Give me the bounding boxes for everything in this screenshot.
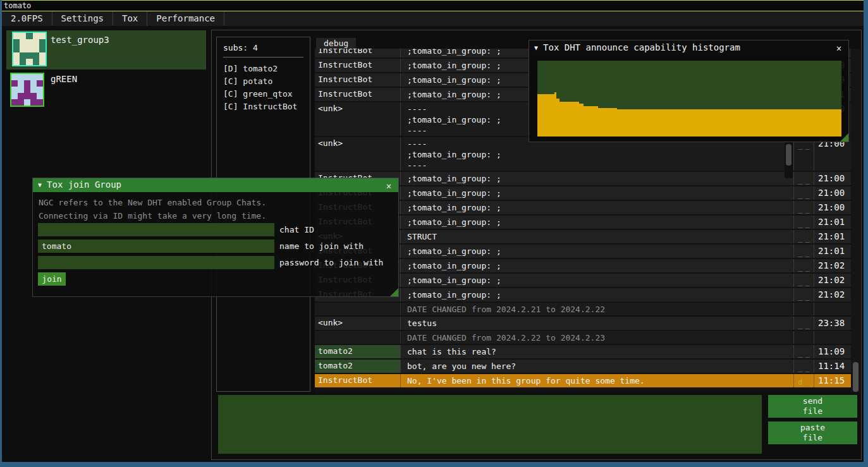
pending-mark: _ [805,320,810,329]
paste-file-button[interactable]: paste file [768,422,857,444]
pending-mark: _ [798,349,802,358]
delivery-status: __ [793,245,814,258]
subs-item-green_qtox[interactable]: [C] green_qtox [223,88,303,100]
system-row[interactable]: DATE CHANGED from 2024.2.21 to 2024.2.22 [315,303,852,315]
send-file-button[interactable]: send file [768,395,857,418]
subs-item-InstructBot[interactable]: [C] InstructBot [223,100,303,113]
close-icon[interactable]: ✕ [833,42,845,54]
pending-mark: _ [805,205,810,214]
delivery-status [793,331,814,344]
join-info-line: Connecting via ID might take a very long… [39,211,266,221]
menu-item-settings[interactable]: Settings [52,11,113,26]
collapse-icon[interactable]: ▼ [38,181,42,188]
pending-mark: _ [798,292,802,301]
message-text: testus [400,317,793,330]
subs-item-potato[interactable]: [C] potato [223,75,303,88]
sender-name: <unk> [315,137,400,171]
sender-name: InstructBot [315,73,400,87]
subs-item-tomato2[interactable]: [D] tomato2 [223,63,303,75]
pending-mark: _ [805,378,810,387]
collapse-icon[interactable]: ▼ [534,44,538,51]
resize-grip-icon[interactable] [390,288,398,296]
timestamp: 21:00 [814,172,847,185]
system-row[interactable]: DATE CHANGED from 2024.2.22 to 2024.2.23 [315,331,852,344]
sender-name: tomato2 [315,345,400,358]
pending-mark: _ [798,234,802,243]
subs-separator [223,57,303,58]
sender-name: <unk> [315,317,400,330]
dht-histogram-title: Tox DHT announce capability histogram [543,42,740,52]
menu-item-performance[interactable]: Performance [147,11,224,26]
menu-item-2-0fps[interactable]: 2.0FPS [2,11,52,26]
pending-mark: _ [805,349,810,358]
group-avatar [12,32,47,66]
join-group-titlebar[interactable]: ▼Tox join Group ✕ [33,178,398,192]
delivery-status: __ [793,288,814,301]
pending-mark: _ [798,176,802,185]
subs-list: [D] tomato2[C] potato[C] green_qtox[C] I… [223,63,303,113]
timestamp: 11:14 [814,360,847,373]
app-screen: tomato 2.0FPSSettingsToxPerformance test… [0,0,868,467]
timestamp: 21:02 [814,259,847,272]
timestamp [814,331,847,344]
delivery-status: __ [793,215,814,229]
pending-mark: _ [798,219,802,228]
message-row[interactable]: <unk>testus__23:38 [315,317,852,330]
join-field-name-to-join-with[interactable] [38,240,274,253]
delivery-status: __ [793,360,814,373]
pending-mark: _ [798,190,802,199]
close-icon[interactable]: ✕ [383,180,394,191]
message-input[interactable] [218,395,762,454]
timestamp: 21:01 [814,245,847,258]
pending-mark: _ [805,277,810,286]
join-field-chat-ID[interactable] [38,223,274,236]
histogram-bar [579,104,584,136]
menu-item-tox[interactable]: Tox [113,11,147,26]
message-row[interactable]: tomato2chat is this real?__11:09 [315,345,852,358]
timestamp: 11:09 [814,345,847,358]
pending-mark: _ [798,205,802,214]
pending-mark: _ [805,190,810,199]
sender-name: tomato2 [315,360,400,373]
window-titlebar[interactable]: tomato [0,0,868,11]
message-text: ;tomato_in_group: ; [400,186,793,200]
menubar: 2.0FPSSettingsToxPerformance [2,11,864,26]
histogram-bar [584,106,598,136]
sender-name: InstructBot [315,374,400,387]
delivery-status [793,303,814,315]
resize-grip-icon[interactable] [840,133,848,142]
pending-mark: _ [805,176,810,185]
message-text: ;tomato_in_group: ; [400,288,793,301]
chat-scrollbar-thumb[interactable] [853,362,859,392]
pending-mark: _ [798,141,802,150]
message-text: ;tomato_in_group: ; [400,172,793,185]
message-scrollbar-thumb[interactable] [786,144,792,166]
subs-count-header: subs: 4 [223,43,303,52]
timestamp: 21:02 [814,288,847,301]
join-field-label: name to join with [279,240,364,253]
pending-mark: _ [798,277,802,286]
timestamp: 21:01 [814,215,847,229]
timestamp [814,303,847,315]
pending-mark: _ [805,363,810,372]
message-text: ;tomato_in_group: ; [400,245,793,258]
join-group-window[interactable]: ▼Tox join Group ✕ NGC refers to the New … [32,178,399,297]
join-field-label: chat ID [279,223,314,236]
delivery-status: __ [793,201,814,214]
chat-scrollbar-track[interactable] [851,49,860,392]
dht-histogram-plot [537,61,841,136]
sender-name [315,303,400,315]
dht-histogram-titlebar[interactable]: ▼Tox DHT announce capability histogram ✕ [529,40,848,56]
join-field-label: password to join with [279,256,383,269]
dht-histogram-window[interactable]: ▼Tox DHT announce capability histogram ✕ [529,40,849,142]
group-name: gREEN [51,74,77,84]
message-text: ;tomato_in_group: ; [400,215,793,229]
delivery-status: __ [793,274,814,287]
tab-debug[interactable]: debug [316,38,356,49]
message-row[interactable]: InstructBotNo, I've been in this group f… [315,374,852,387]
join-field-password-to-join-with[interactable] [38,256,274,269]
timestamp: 21:00 [814,186,847,200]
join-button[interactable]: join [38,272,66,286]
pending-mark: _ [805,141,810,150]
message-row[interactable]: tomato2bot, are you new here?__11:14 [315,360,852,373]
